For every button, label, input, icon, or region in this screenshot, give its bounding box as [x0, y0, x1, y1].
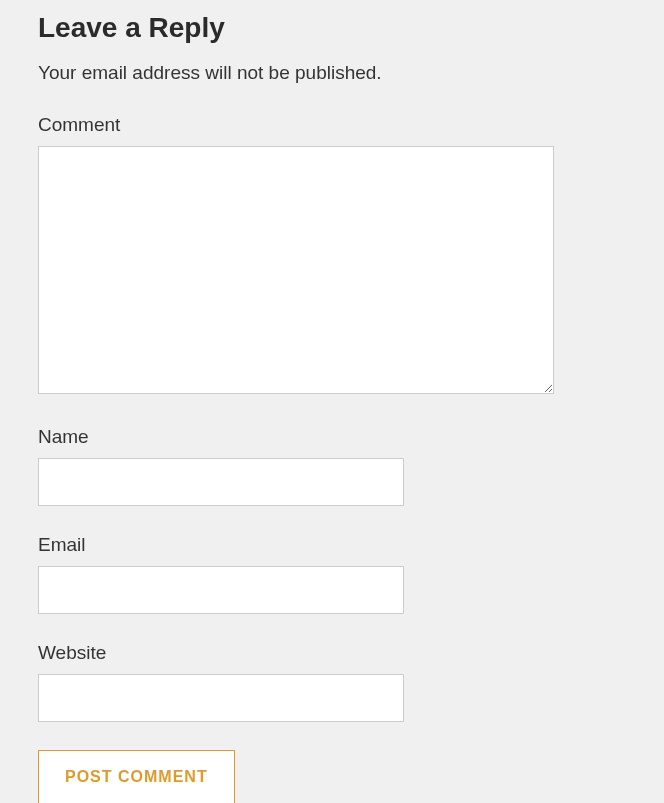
website-label: Website	[38, 642, 626, 664]
website-input[interactable]	[38, 674, 404, 722]
name-label: Name	[38, 426, 626, 448]
website-field-group: Website	[38, 642, 626, 722]
comment-textarea[interactable]	[38, 146, 554, 394]
name-field-group: Name	[38, 426, 626, 506]
comment-label: Comment	[38, 114, 626, 136]
name-input[interactable]	[38, 458, 404, 506]
email-input[interactable]	[38, 566, 404, 614]
form-note: Your email address will not be published…	[38, 62, 626, 84]
form-title: Leave a Reply	[38, 12, 626, 44]
comment-field-group: Comment	[38, 114, 626, 398]
email-field-group: Email	[38, 534, 626, 614]
email-label: Email	[38, 534, 626, 556]
post-comment-button[interactable]: POST COMMENT	[38, 750, 235, 803]
